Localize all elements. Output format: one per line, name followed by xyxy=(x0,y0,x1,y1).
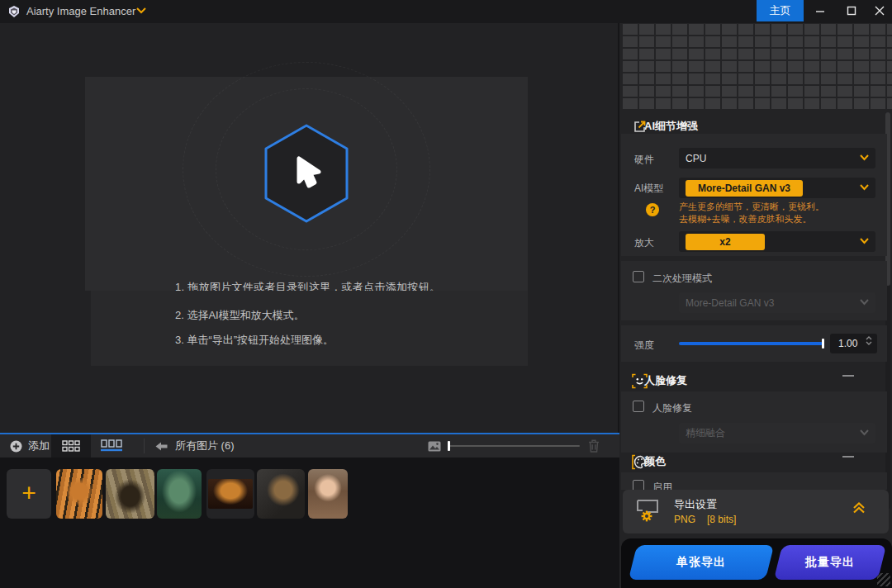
back-arrow-icon xyxy=(155,442,168,451)
face-restore-checkbox-label: 人脸修复 xyxy=(652,401,692,415)
title-bar: Aiarty Image Enhancer 主页 xyxy=(0,0,892,23)
thumbnail-butterfly[interactable] xyxy=(106,469,154,519)
thumbnail-dog[interactable] xyxy=(257,469,305,519)
settings-panel: AI细节增强 硬件 CPU AI模型 More-Detail GAN v3 ? … xyxy=(621,23,892,588)
stepper-up-icon xyxy=(866,336,872,340)
thumbnail-size-slider[interactable] xyxy=(448,445,580,447)
model-description-line1: 产生更多的细节，更清晰，更锐利。 xyxy=(679,201,824,213)
maximize-button[interactable] xyxy=(837,0,866,21)
add-files-button[interactable]: 添加 xyxy=(3,434,56,458)
thumbnail-burger-image xyxy=(208,479,253,509)
hardware-dropdown[interactable]: CPU xyxy=(679,148,875,168)
chevron-down-icon xyxy=(860,299,869,306)
hardware-label: 硬件 xyxy=(634,153,654,167)
thumbnail-size-control xyxy=(428,434,580,458)
strength-label: 强度 xyxy=(634,339,654,353)
grid-view-icon xyxy=(62,440,80,452)
second-pass-checkbox[interactable] xyxy=(633,271,644,282)
upscale-dropdown[interactable]: x2 xyxy=(679,231,875,252)
section-header-face-restore: 人脸修复 xyxy=(621,370,885,391)
model-help-icon[interactable]: ? xyxy=(646,203,659,216)
toolbar-divider xyxy=(144,439,145,453)
strength-slider-handle[interactable] xyxy=(822,339,824,349)
strength-value-box[interactable]: 1.00 xyxy=(830,334,877,353)
instructions-panel: 2. 选择AI模型和放大模式。 3. 单击“导出”按钮开始处理图像。 xyxy=(91,291,528,366)
thumbnail-tiger[interactable] xyxy=(56,469,102,519)
add-plus-icon xyxy=(10,440,22,453)
chevron-down-icon xyxy=(860,184,869,191)
thumbnail-strip: + xyxy=(0,458,619,588)
app-logo-icon xyxy=(7,4,21,19)
export-format: PNG[8 bits] xyxy=(674,514,736,525)
ai-model-label: AI模型 xyxy=(634,182,663,196)
minimize-button[interactable] xyxy=(806,0,834,21)
batch-export-label: 批量导出 xyxy=(805,555,855,570)
export-settings-panel[interactable]: 导出设置 PNG[8 bits] xyxy=(623,490,889,533)
add-image-tile[interactable]: + xyxy=(7,469,51,519)
strength-group: 强度 1.00 xyxy=(621,325,887,362)
trash-icon[interactable] xyxy=(588,439,600,453)
upscale-value: x2 xyxy=(686,234,765,250)
face-restore-icon xyxy=(632,373,648,389)
chevron-down-icon xyxy=(860,238,869,244)
strength-value: 1.00 xyxy=(838,338,857,349)
preview-area: 1. 拖放图片文件或者目录到这里，或者点击添加按钮。 2. 选择AI模型和放大模… xyxy=(0,23,619,433)
ai-enhance-icon xyxy=(633,120,647,134)
export-format-value: PNG xyxy=(674,514,695,525)
second-pass-model-value: More-Detail GAN v3 xyxy=(686,297,774,309)
batch-export-button[interactable]: 批量导出 xyxy=(774,545,886,580)
all-images-label: 所有图片 (6) xyxy=(175,439,235,453)
export-bits-value: [8 bits] xyxy=(707,514,736,525)
app-window: Aiarty Image Enhancer 主页 1. 拖放图片文件或者目录到这… xyxy=(0,0,892,588)
face-restore-collapse-icon[interactable] xyxy=(842,375,854,377)
grid-view-button[interactable] xyxy=(51,434,91,458)
list-view-button[interactable] xyxy=(93,434,130,458)
thumbnail-terrarium[interactable] xyxy=(157,469,202,519)
add-files-label: 添加 xyxy=(28,439,50,453)
instruction-step-3: 3. 单击“导出”按钮开始处理图像。 xyxy=(175,333,334,348)
face-blend-dropdown[interactable]: 精细融合 xyxy=(679,423,875,443)
face-restore-title: 人脸修复 xyxy=(644,373,687,388)
close-icon xyxy=(875,6,885,16)
image-size-icon xyxy=(428,441,441,452)
face-restore-checkbox[interactable] xyxy=(633,401,644,412)
transparency-checker-preview xyxy=(621,23,892,111)
home-button[interactable]: 主页 xyxy=(757,0,804,21)
export-button-bar: 单张导出 批量导出 xyxy=(621,538,892,588)
close-button[interactable] xyxy=(866,0,892,21)
minimize-icon xyxy=(815,6,825,16)
color-enable-checkbox[interactable] xyxy=(633,480,644,490)
color-collapse-icon[interactable] xyxy=(842,456,854,458)
strength-stepper[interactable] xyxy=(866,336,872,345)
all-images-filter[interactable]: 所有图片 (6) xyxy=(155,434,235,458)
ai-enhance-title: AI细节增强 xyxy=(644,119,698,134)
second-pass-model-dropdown[interactable]: More-Detail GAN v3 xyxy=(679,292,875,313)
drop-hexagon-cursor-icon xyxy=(261,122,352,225)
maximize-icon xyxy=(847,6,856,16)
hardware-value: CPU xyxy=(686,153,706,164)
face-restore-group: 人脸修复 精细融合 xyxy=(621,391,887,453)
color-group: 启用 xyxy=(621,472,887,490)
chevron-down-icon xyxy=(860,154,869,161)
ai-model-value: More-Detail GAN v3 xyxy=(686,180,803,197)
add-plus-yellow-icon: + xyxy=(21,481,36,505)
color-palette-icon xyxy=(632,454,648,470)
export-settings-icon xyxy=(636,499,664,524)
second-pass-label: 二次处理模式 xyxy=(652,272,712,286)
ai-model-dropdown[interactable]: More-Detail GAN v3 xyxy=(679,178,875,198)
color-enable-label: 启用 xyxy=(652,481,672,490)
drop-zone[interactable]: 1. 拖放图片文件或者目录到这里，或者点击添加按钮。 xyxy=(85,77,528,291)
ai-enhance-group: 硬件 CPU AI模型 More-Detail GAN v3 ? 产生更多的细节… xyxy=(621,134,887,256)
face-blend-value: 精细融合 xyxy=(686,426,725,440)
single-export-label: 单张导出 xyxy=(676,555,726,570)
instruction-step-2: 2. 选择AI模型和放大模式。 xyxy=(175,308,305,323)
strength-slider[interactable] xyxy=(679,342,823,345)
resize-grip-icon[interactable] xyxy=(877,573,890,586)
thumbnail-burger[interactable] xyxy=(206,469,254,519)
app-menu-chevron-icon[interactable] xyxy=(136,7,146,14)
export-collapse-double-chevron-icon[interactable] xyxy=(852,501,866,514)
single-export-button[interactable]: 单张导出 xyxy=(629,545,774,580)
thumbnail-size-slider-handle[interactable] xyxy=(448,441,450,451)
thumbnail-woman[interactable] xyxy=(308,469,348,519)
file-toolbar: 添加 所有图片 (6) xyxy=(0,433,619,458)
